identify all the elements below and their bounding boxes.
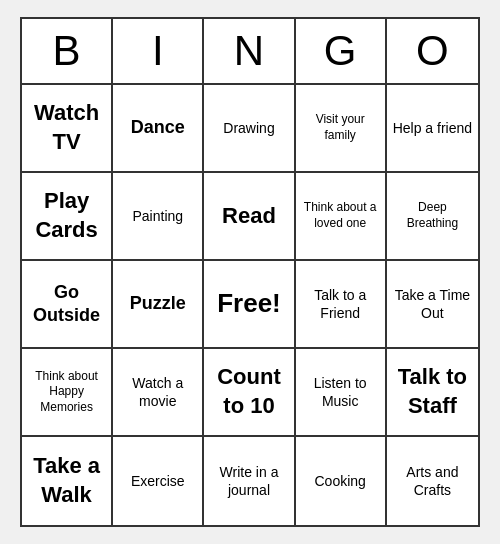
bingo-cell-21: Exercise (113, 437, 204, 525)
bingo-letter-i: I (113, 19, 204, 83)
bingo-cell-15: Think about Happy Memories (22, 349, 113, 437)
bingo-cell-2: Drawing (204, 85, 295, 173)
bingo-cell-16: Watch a movie (113, 349, 204, 437)
bingo-cell-5: Play Cards (22, 173, 113, 261)
bingo-cell-9: Deep Breathing (387, 173, 478, 261)
bingo-cell-7: Read (204, 173, 295, 261)
bingo-letter-g: G (296, 19, 387, 83)
bingo-cell-4: Help a friend (387, 85, 478, 173)
bingo-grid: Watch TVDanceDrawingVisit your familyHel… (22, 85, 478, 525)
bingo-cell-18: Listen to Music (296, 349, 387, 437)
bingo-cell-17: Count to 10 (204, 349, 295, 437)
bingo-cell-0: Watch TV (22, 85, 113, 173)
bingo-card: BINGO Watch TVDanceDrawingVisit your fam… (20, 17, 480, 527)
bingo-cell-23: Cooking (296, 437, 387, 525)
bingo-cell-8: Think about a loved one (296, 173, 387, 261)
bingo-letter-n: N (204, 19, 295, 83)
bingo-cell-12: Free! (204, 261, 295, 349)
bingo-cell-20: Take a Walk (22, 437, 113, 525)
bingo-cell-10: Go Outside (22, 261, 113, 349)
bingo-cell-19: Talk to Staff (387, 349, 478, 437)
bingo-header: BINGO (22, 19, 478, 85)
bingo-cell-13: Talk to a Friend (296, 261, 387, 349)
bingo-cell-14: Take a Time Out (387, 261, 478, 349)
bingo-cell-3: Visit your family (296, 85, 387, 173)
bingo-cell-6: Painting (113, 173, 204, 261)
bingo-letter-o: O (387, 19, 478, 83)
bingo-cell-11: Puzzle (113, 261, 204, 349)
bingo-cell-24: Arts and Crafts (387, 437, 478, 525)
bingo-letter-b: B (22, 19, 113, 83)
bingo-cell-1: Dance (113, 85, 204, 173)
bingo-cell-22: Write in a journal (204, 437, 295, 525)
